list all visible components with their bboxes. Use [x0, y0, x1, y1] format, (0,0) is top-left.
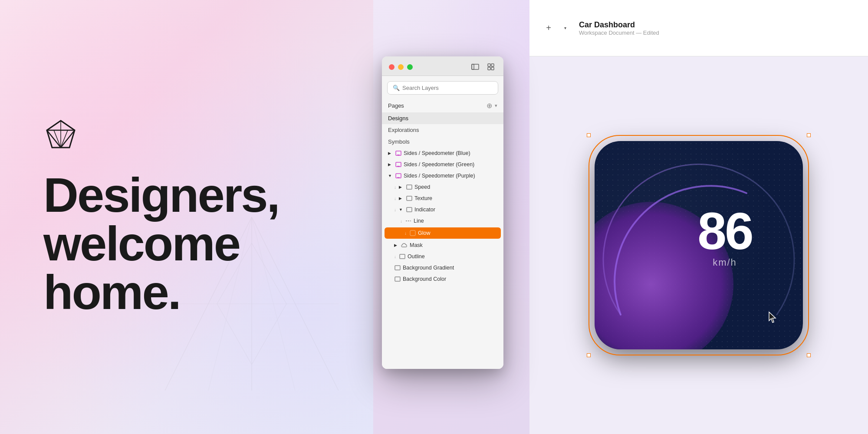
header-dropdown-button[interactable]: ▾ — [562, 22, 569, 34]
search-icon: 🔍 — [393, 85, 400, 91]
layers-panel-window: 🔍 Pages ⊕ ▾ Designs Explorations Symbols — [382, 56, 503, 369]
layer-name: Line — [414, 218, 497, 224]
search-layers-input[interactable] — [402, 85, 493, 91]
sidebar-toggle-button[interactable] — [470, 62, 481, 71]
layer-symbol-icon — [395, 161, 402, 168]
override-arrow-icon: ↓ — [394, 254, 396, 259]
add-page-button[interactable]: ⊕ — [487, 102, 492, 110]
svg-line-14 — [54, 130, 61, 148]
layer-name: Speed — [414, 184, 497, 190]
svg-rect-33 — [407, 207, 412, 212]
override-arrow-icon: ↓ — [394, 207, 396, 212]
window-controls-right — [470, 62, 496, 71]
layer-item-sides-blue[interactable]: ▶ Sides / Speedometer (Blue) — [382, 148, 503, 159]
layer-chevron-icon: ▼ — [388, 174, 393, 178]
layers-list: ▶ Sides / Speedometer (Blue) ▶ Sides / S… — [382, 148, 503, 369]
layer-chevron-icon: ▶ — [399, 196, 404, 201]
override-arrow-icon: ↓ — [394, 196, 396, 201]
selection-handle-bl[interactable] — [587, 353, 591, 357]
layer-name: Indicator — [414, 207, 497, 213]
layer-chevron-icon: ▶ — [388, 151, 393, 155]
layer-name: Mask — [410, 242, 497, 248]
layer-item-bg-color[interactable]: Background Color — [382, 273, 503, 285]
override-arrow-icon: ↓ — [404, 231, 407, 236]
header-bar: + ▾ Car Dashboard Workspace Document — E… — [529, 0, 868, 56]
layer-chevron-icon: ▶ — [399, 185, 404, 189]
svg-rect-18 — [488, 64, 490, 66]
layer-name: Sides / Speedometer (Blue) — [404, 150, 497, 156]
cursor-pointer-icon — [768, 311, 777, 323]
layer-chevron-icon: ▶ — [394, 243, 399, 247]
hero-headline: Designers, welcome home. — [43, 171, 330, 317]
page-item-explorations[interactable]: Explorations — [382, 124, 503, 136]
pages-actions: ⊕ ▾ — [487, 102, 497, 110]
layer-name: Sides / Speedometer (Purple) — [404, 173, 497, 179]
svg-line-10 — [61, 121, 75, 130]
layer-item-line[interactable]: ↓ Line — [382, 215, 503, 227]
grid-view-button[interactable] — [485, 62, 496, 71]
page-item-symbols[interactable]: Symbols — [382, 136, 503, 148]
selection-handle-tr[interactable] — [807, 133, 811, 137]
add-button[interactable]: + — [542, 22, 555, 34]
speed-value: 86 — [697, 205, 752, 257]
layer-chevron-icon: ▼ — [399, 207, 404, 212]
window-maximize-button[interactable] — [407, 64, 413, 70]
window-minimize-button[interactable] — [398, 64, 404, 70]
svg-line-15 — [61, 130, 68, 148]
override-arrow-icon: ↓ — [400, 219, 402, 224]
layer-symbol-icon — [395, 150, 402, 157]
layer-name: Texture — [414, 195, 497, 201]
speed-display: 86 km/h — [697, 205, 752, 268]
page-item-designs[interactable]: Designs — [382, 112, 503, 124]
document-subtitle: Workspace Document — Edited — [579, 30, 659, 36]
svg-rect-31 — [407, 185, 412, 189]
svg-rect-32 — [407, 196, 412, 201]
search-input-container[interactable]: 🔍 — [387, 81, 498, 95]
svg-rect-19 — [491, 64, 494, 66]
layer-chevron-icon: ▶ — [388, 162, 393, 167]
svg-rect-21 — [491, 67, 494, 70]
layer-item-sides-green[interactable]: ▶ Sides / Speedometer (Green) — [382, 159, 503, 170]
canvas-area[interactable]: 86 km/h — [529, 56, 868, 434]
selection-handle-tl[interactable] — [587, 133, 591, 137]
pages-header: Pages ⊕ ▾ — [382, 98, 503, 112]
window-body: 🔍 Pages ⊕ ▾ Designs Explorations Symbols — [382, 76, 503, 369]
layer-cloud-icon — [401, 242, 408, 249]
hero-text: Designers, welcome home. — [43, 171, 330, 317]
layer-item-sides-purple[interactable]: ▼ Sides / Speedometer (Purple) — [382, 170, 503, 181]
layer-item-mask[interactable]: ▶ Mask — [382, 240, 503, 251]
window-close-button[interactable] — [389, 64, 395, 70]
layer-line-icon — [405, 217, 412, 224]
layer-item-speed[interactable]: ↓ ▶ Speed — [382, 181, 503, 193]
layer-group-icon — [406, 206, 413, 213]
document-title: Car Dashboard — [579, 20, 659, 30]
search-area: 🔍 — [382, 76, 503, 98]
header-title-area: Car Dashboard Workspace Document — Edite… — [579, 20, 659, 36]
sketch-logo — [43, 117, 330, 154]
layer-item-outline[interactable]: ↓ Outline — [382, 251, 503, 262]
layer-item-glow[interactable]: ↓ Glow — [385, 227, 501, 239]
hero-section: Designers, welcome home. — [0, 0, 373, 434]
selection-handle-br[interactable] — [807, 353, 811, 357]
svg-rect-17 — [472, 64, 479, 69]
layer-rect-icon — [399, 253, 406, 260]
layer-item-bg-gradient[interactable]: Background Gradient — [382, 262, 503, 273]
pages-chevron-icon[interactable]: ▾ — [495, 103, 497, 108]
window-titlebar — [382, 56, 503, 76]
canvas-inner: 86 km/h — [595, 141, 803, 349]
pages-list: Designs Explorations Symbols — [382, 112, 503, 148]
layer-glow-icon — [409, 230, 416, 237]
app-section: 🔍 Pages ⊕ ▾ Designs Explorations Symbols — [373, 0, 868, 434]
layer-rect-icon — [394, 264, 401, 271]
svg-line-9 — [47, 121, 61, 130]
layer-group-icon — [406, 195, 413, 202]
pages-label: Pages — [388, 102, 404, 109]
layer-item-indicator[interactable]: ↓ ▼ Indicator — [382, 204, 503, 215]
layer-item-texture[interactable]: ↓ ▶ Texture — [382, 193, 503, 204]
svg-rect-37 — [395, 266, 400, 270]
svg-rect-36 — [400, 254, 405, 259]
svg-rect-20 — [488, 67, 490, 70]
layer-symbol-icon — [395, 172, 402, 179]
layer-name: Glow — [418, 230, 497, 236]
layer-group-icon — [406, 184, 413, 191]
